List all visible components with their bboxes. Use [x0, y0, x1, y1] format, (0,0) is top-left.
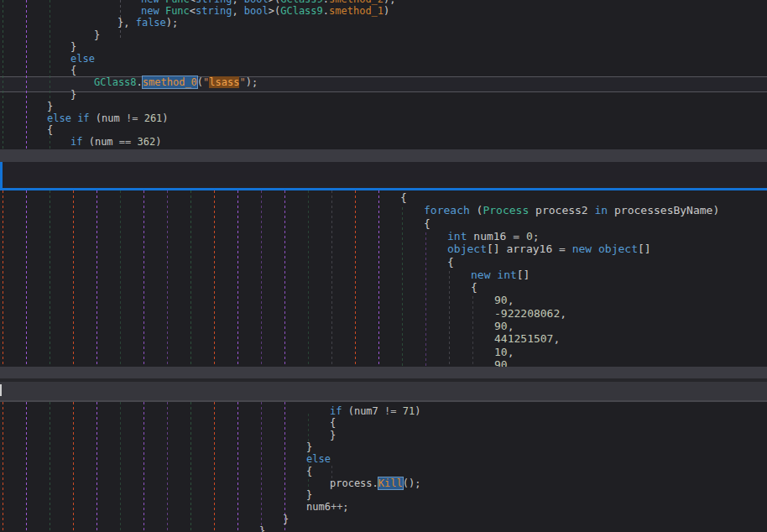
code-line[interactable]: 90,: [494, 359, 514, 367]
code-token: false: [136, 17, 166, 29]
code-token: },: [117, 17, 136, 29]
code-line[interactable]: int num16 = 0;: [447, 231, 540, 243]
code-token: [519, 230, 526, 243]
code-token: );: [246, 76, 258, 88]
code-token: num: [95, 136, 113, 148]
code-token: process2: [529, 204, 594, 216]
code-token: [] array16: [487, 243, 559, 255]
indent-guide: [120, 190, 121, 367]
code-line[interactable]: }, false);: [117, 18, 178, 29]
code-line[interactable]: {: [330, 418, 336, 430]
code-token: GClass9: [280, 0, 323, 5]
indent-guide: [167, 402, 168, 532]
indent-guide: [73, 402, 74, 532]
fold-band-bottom-line: [0, 400, 767, 402]
code-token: in: [595, 204, 608, 216]
code-line[interactable]: }: [47, 102, 53, 113]
code-line[interactable]: {: [400, 192, 407, 205]
code-line[interactable]: object[] array16 = new object[]: [447, 243, 651, 256]
indent-guide: [120, 402, 121, 532]
code-token: [138, 112, 143, 124]
code-line[interactable]: }: [70, 42, 76, 54]
code-section-top: new Func<string, bool>(GClass9.smethod_2…: [0, 0, 767, 149]
fold-band-lower-2: [0, 382, 767, 400]
code-line[interactable]: 441251507,: [494, 333, 560, 346]
code-token: [120, 112, 126, 124]
code-editor[interactable]: new Func<string, bool>(GClass9.smethod_2…: [0, 0, 767, 532]
code-line[interactable]: }: [306, 442, 312, 454]
code-line[interactable]: GClass8.smethod_0("lsass");: [94, 77, 258, 89]
code-token: new: [141, 0, 165, 5]
code-line[interactable]: else: [306, 454, 331, 466]
code-token: =: [559, 243, 566, 255]
code-token: ": [239, 76, 245, 88]
code-line[interactable]: }: [70, 90, 76, 102]
indent-guide: [190, 190, 191, 367]
code-line[interactable]: {: [47, 125, 53, 137]
indent-guide: [331, 190, 332, 367]
code-token: GClass8: [94, 76, 137, 88]
code-token: {: [306, 466, 312, 477]
code-line[interactable]: new int[]: [471, 269, 530, 282]
code-line[interactable]: {: [471, 282, 477, 295]
indent-guide: [237, 190, 238, 367]
code-line[interactable]: new Func<string, bool>(GClass9.smethod_1…: [141, 6, 389, 18]
code-token: !=: [384, 405, 396, 417]
selected-method-token[interactable]: Kill: [378, 477, 403, 489]
code-token: }: [283, 514, 289, 525]
code-token: {: [471, 281, 477, 294]
indent-guide: [190, 402, 191, 532]
code-token: smethod_1: [329, 5, 384, 17]
code-line[interactable]: }: [259, 526, 265, 532]
code-line[interactable]: 90,: [494, 321, 514, 333]
indent-guide: [97, 190, 97, 367]
code-line[interactable]: }: [306, 490, 312, 502]
code-line[interactable]: else: [70, 54, 95, 65]
code-token: num: [102, 112, 120, 124]
code-token: int: [447, 230, 467, 243]
code-token: ,: [508, 294, 514, 306]
code-line[interactable]: {: [447, 257, 454, 269]
code-line[interactable]: process.Kill();: [330, 478, 420, 490]
code-token: smethod_2: [329, 0, 384, 5]
code-token: >(: [269, 0, 280, 5]
code-token: ): [162, 112, 168, 124]
code-line[interactable]: num6++;: [306, 502, 349, 514]
code-token: 71: [403, 405, 415, 417]
code-line[interactable]: {: [424, 218, 430, 231]
code-token: 0: [526, 230, 533, 243]
selected-method-token[interactable]: smethod_0: [143, 76, 197, 88]
code-token: ,: [560, 307, 566, 320]
indent-guide: [143, 190, 144, 367]
code-line[interactable]: foreach (Process process2 in processesBy…: [424, 205, 719, 217]
code-line[interactable]: {: [306, 467, 312, 478]
code-line[interactable]: 10,: [494, 347, 514, 359]
indent-guide: [3, 402, 3, 532]
code-token: {: [424, 217, 430, 230]
code-line[interactable]: {: [70, 65, 76, 77]
code-token: Func: [165, 5, 190, 17]
code-token: ,: [553, 332, 560, 345]
code-line[interactable]: }: [94, 30, 100, 42]
code-line[interactable]: }: [283, 514, 289, 526]
code-token: ,: [508, 358, 514, 367]
indent-guide: [284, 190, 285, 367]
code-line[interactable]: else if (num != 261): [47, 113, 169, 125]
code-section-bot: if (num7 != 71){}}else{process.Kill();}n…: [0, 402, 767, 532]
highlighted-string-token[interactable]: lsass: [209, 76, 239, 88]
indent-guide: [261, 402, 262, 532]
indent-guide: [97, 402, 97, 532]
code-line[interactable]: -922208062,: [494, 308, 566, 321]
code-line[interactable]: if (num7 != 71): [330, 406, 420, 418]
code-token: ,: [232, 0, 243, 5]
fold-band-upper: [0, 149, 767, 163]
code-token: bool: [244, 5, 269, 17]
code-token: else: [47, 112, 71, 124]
code-line[interactable]: 90,: [494, 295, 514, 307]
code-token: !=: [126, 112, 138, 124]
indent-guide: [472, 296, 473, 367]
code-token: foreach: [424, 204, 470, 216]
code-line[interactable]: if (num == 362): [70, 137, 161, 149]
code-token: ): [384, 5, 389, 17]
code-line[interactable]: }: [330, 430, 336, 442]
